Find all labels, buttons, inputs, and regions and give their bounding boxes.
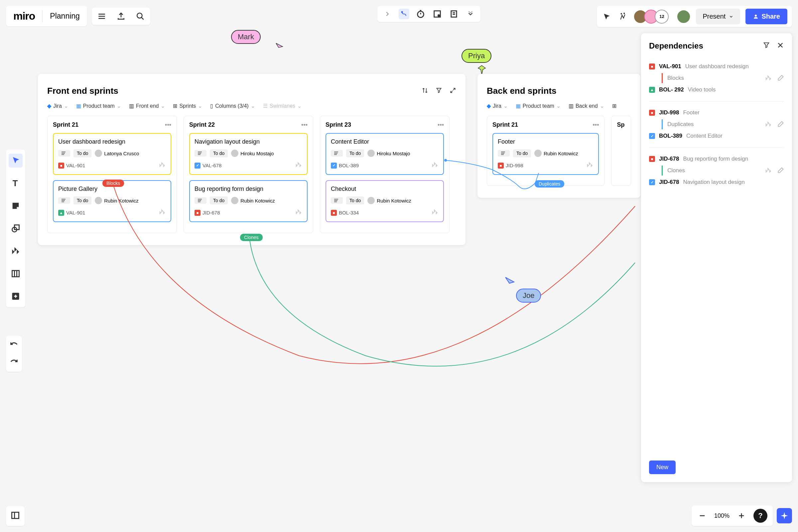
sprint-card[interactable]: Bug reporting form design To do Rubin Ko… <box>189 180 307 222</box>
frontend-sprints-frame[interactable]: Front end sprints ◆Jira ⌄ ▦Product team … <box>38 74 466 245</box>
connector-tool[interactable] <box>399 8 409 19</box>
app-logo[interactable]: miro <box>13 10 35 22</box>
assignee: Hiroku Mostajo <box>367 150 410 157</box>
zoom-out-button[interactable] <box>697 510 707 521</box>
svg-point-4 <box>137 13 142 18</box>
sticky-note-tool[interactable] <box>8 199 23 213</box>
filter-group[interactable]: ⊞ <box>612 103 616 109</box>
sprint-card[interactable]: User dashboard redesign To do Latonya Cr… <box>53 133 171 175</box>
sprint-card[interactable]: Checkout To do Rubin Kotowicz ■BOL-334 <box>325 180 444 222</box>
backend-sprints-frame[interactable]: Back end sprints ◆Jira ⌄ ▦Product team ⌄… <box>477 74 640 198</box>
svg-point-11 <box>438 15 440 16</box>
jira-tool[interactable] <box>8 244 23 258</box>
dependency-item[interactable]: ■VAL-901User dashboard redesign Blocks ▲… <box>649 58 784 98</box>
sprint-card[interactable]: Content Editor To do Hiroku Mostajo ✓BOL… <box>325 133 444 175</box>
dependency-icon[interactable] <box>158 208 166 216</box>
filter-icon[interactable] <box>436 87 442 95</box>
assignee: Rubin Kotowicz <box>367 197 411 204</box>
dependency-item[interactable]: ■JID-678Bug reporting form design Clones… <box>649 151 784 190</box>
dependency-icon[interactable] <box>295 161 302 169</box>
present-button[interactable]: Present <box>696 8 740 24</box>
filter-team[interactable]: ▦Product team ⌄ <box>516 103 560 109</box>
panel-toggle[interactable] <box>6 506 25 526</box>
filter-view[interactable]: ▥Back end ⌄ <box>569 103 604 109</box>
dependency-icon[interactable] <box>295 208 302 216</box>
card-title: Content Editor <box>331 138 439 145</box>
timer-icon[interactable] <box>415 8 426 19</box>
ai-button[interactable] <box>777 508 792 524</box>
svg-point-15 <box>621 13 622 14</box>
sort-icon[interactable] <box>422 87 428 95</box>
add-tool[interactable] <box>8 289 23 303</box>
filter-source[interactable]: ◆Jira ⌄ <box>487 103 508 109</box>
edit-icon[interactable] <box>777 75 784 81</box>
edit-icon[interactable] <box>777 167 784 174</box>
filter-icon[interactable] <box>763 41 770 50</box>
ticket-type-icon: ✓ <box>194 163 201 169</box>
dependency-icon[interactable] <box>765 121 772 128</box>
more-tools-icon[interactable] <box>465 8 476 19</box>
card-title: Navigation layout design <box>194 138 302 145</box>
board-name[interactable]: Planning <box>50 12 80 21</box>
filter-view[interactable]: ▥Front end ⌄ <box>129 103 165 109</box>
menu-icon[interactable] <box>96 11 107 22</box>
chevron-right-icon[interactable] <box>382 8 393 19</box>
dependency-icon[interactable] <box>765 167 772 174</box>
collaborator-avatars[interactable]: 12 <box>633 10 669 24</box>
filter-columns[interactable]: ▯Columns (3/4) ⌄ <box>210 103 255 109</box>
dependency-icon[interactable] <box>431 208 439 216</box>
help-button[interactable]: ? <box>754 509 767 523</box>
new-dependency-button[interactable]: New <box>649 460 676 474</box>
column-menu-icon[interactable]: ••• <box>593 121 599 128</box>
ticket-id: ✓BOL-389 <box>331 163 359 169</box>
logo-group: miro Planning <box>6 6 87 26</box>
assignee: Hiroku Mostajo <box>231 150 274 157</box>
sprint-card[interactable]: Footer To do Rubin Kotowicz ■JID-998 <box>492 133 599 175</box>
card-title: Bug reporting form design <box>194 186 302 192</box>
export-icon[interactable] <box>116 11 126 22</box>
notes-icon[interactable] <box>449 8 459 19</box>
dependency-icon[interactable] <box>765 75 772 82</box>
edit-icon[interactable] <box>777 121 784 127</box>
sprint-column: Sprint 21••• Footer To do Rubin Kotowicz… <box>487 116 605 186</box>
share-button[interactable]: Share <box>745 8 787 24</box>
filter-source[interactable]: ◆Jira ⌄ <box>47 103 68 109</box>
column-menu-icon[interactable]: ••• <box>165 121 171 128</box>
select-tool[interactable] <box>8 154 23 168</box>
expand-icon[interactable] <box>450 87 456 95</box>
status-chip: To do <box>513 149 531 157</box>
column-name: Sprint 21 <box>492 121 518 128</box>
status-chip <box>58 150 70 157</box>
list-icon <box>198 151 203 155</box>
column-menu-icon[interactable]: ••• <box>301 121 307 128</box>
list-icon <box>334 151 340 155</box>
dependency-icon[interactable] <box>158 161 166 169</box>
cursor-tracking-icon[interactable] <box>602 11 612 22</box>
table-tool[interactable] <box>8 267 23 281</box>
ticket-id: ■JID-678 <box>194 210 220 216</box>
dependency-icon[interactable] <box>431 161 439 169</box>
filter-swimlanes[interactable]: ☰Swimlanes ⌄ <box>263 103 302 109</box>
dependency-icon[interactable] <box>586 161 593 169</box>
shape-tool[interactable] <box>8 222 23 235</box>
current-user-avatar[interactable] <box>677 10 690 24</box>
sprint-column: Sprint 21••• User dashboard redesign To … <box>47 116 177 233</box>
ticket-type-icon: ✓ <box>649 179 655 185</box>
ticket-id: ■BOL-334 <box>331 210 359 216</box>
column-menu-icon[interactable]: ••• <box>438 121 444 128</box>
close-icon[interactable] <box>777 41 784 50</box>
filter-group[interactable]: ⊞Sprints ⌄ <box>173 103 202 109</box>
cursor-mark: Mark <box>231 30 261 44</box>
filter-team[interactable]: ▦Product team ⌄ <box>76 103 121 109</box>
redo-button[interactable] <box>8 357 19 368</box>
zoom-in-button[interactable] <box>736 510 747 521</box>
undo-button[interactable] <box>8 340 19 350</box>
dependency-item[interactable]: ■JID-998Footer Duplicates ✓BOL-389Conten… <box>649 105 784 144</box>
sprint-card[interactable]: Navigation layout design To do Hiroku Mo… <box>189 133 307 175</box>
assignee: Rubin Kotowicz <box>231 197 274 204</box>
search-icon[interactable] <box>135 11 146 22</box>
text-tool[interactable]: T <box>8 176 23 190</box>
reactions-icon[interactable] <box>618 11 628 22</box>
frame-icon[interactable] <box>432 8 442 19</box>
column-name: Sprint 21 <box>53 121 78 128</box>
